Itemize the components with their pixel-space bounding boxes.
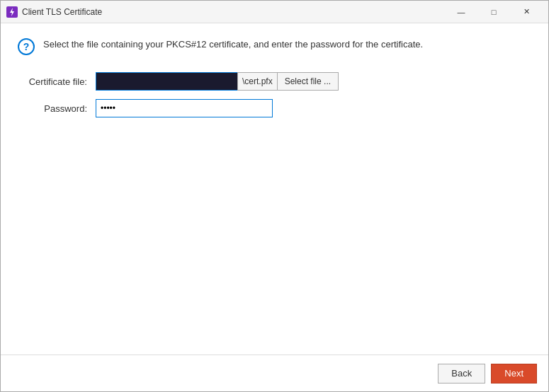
back-button[interactable]: Back (438, 364, 485, 384)
app-icon (6, 6, 18, 18)
form-area: Certificate file: \cert.pfx Select file … (18, 72, 531, 117)
cert-input-group: \cert.pfx Select file ... (96, 72, 339, 91)
close-button[interactable]: ✕ (510, 1, 543, 23)
password-input[interactable] (96, 99, 273, 117)
content-area: ? Select the file containing your PKCS#1… (1, 23, 548, 354)
main-window: Client TLS Certificate — □ ✕ ? Select th… (0, 0, 549, 392)
cert-path-input[interactable] (96, 72, 237, 91)
cert-suffix: \cert.pfx (237, 72, 277, 91)
next-button[interactable]: Next (491, 364, 537, 384)
select-file-button[interactable]: Select file ... (277, 72, 339, 91)
title-bar: Client TLS Certificate — □ ✕ (1, 1, 548, 23)
maximize-button[interactable]: □ (477, 1, 510, 23)
description-row: ? Select the file containing your PKCS#1… (18, 38, 531, 55)
footer: Back Next (1, 354, 548, 391)
minimize-button[interactable]: — (445, 1, 477, 23)
cert-file-row: Certificate file: \cert.pfx Select file … (18, 72, 531, 91)
help-icon: ? (18, 38, 35, 55)
password-label: Password: (18, 103, 96, 114)
password-row: Password: (18, 99, 531, 117)
window-title: Client TLS Certificate (22, 7, 445, 17)
window-controls: — □ ✕ (445, 1, 543, 23)
description-text: Select the file containing your PKCS#12 … (43, 38, 423, 52)
cert-label: Certificate file: (18, 76, 96, 87)
